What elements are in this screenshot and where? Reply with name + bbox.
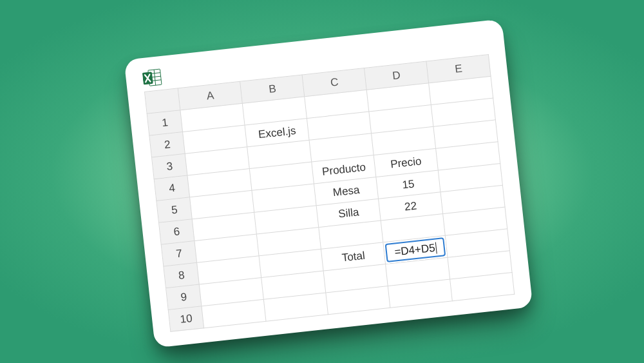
row-header-4[interactable]: 4: [154, 175, 190, 201]
cell-editor-text: =D4+D5: [393, 241, 435, 259]
select-all-corner[interactable]: [144, 88, 180, 113]
row-header-7[interactable]: 7: [161, 240, 197, 266]
row-header-5[interactable]: 5: [156, 197, 193, 222]
spreadsheet-window: A B C D E 1 2 Excel.js 3 4 Producto Prec…: [124, 19, 533, 348]
row-header-1[interactable]: 1: [147, 110, 183, 135]
background: A B C D E 1 2 Excel.js 3 4 Producto Prec…: [0, 0, 644, 363]
row-header-9[interactable]: 9: [166, 284, 202, 309]
spreadsheet-grid[interactable]: A B C D E 1 2 Excel.js 3 4 Producto Prec…: [144, 54, 515, 332]
row-header-2[interactable]: 2: [149, 132, 185, 157]
row-header-10[interactable]: 10: [168, 306, 204, 331]
row-header-3[interactable]: 3: [152, 153, 188, 179]
row-header-6[interactable]: 6: [159, 219, 195, 244]
row-header-8[interactable]: 8: [164, 262, 200, 288]
excel-icon: [142, 68, 163, 88]
